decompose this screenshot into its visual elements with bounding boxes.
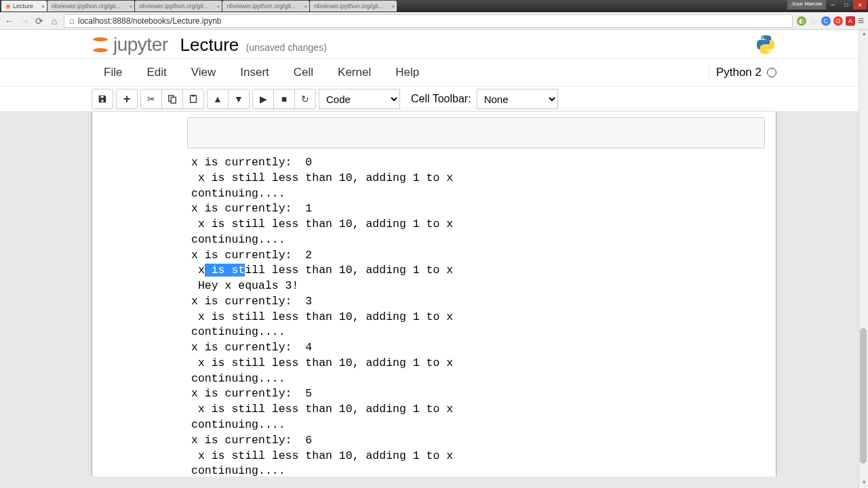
output-line: x is still less than 10, adding 1 to x (191, 217, 770, 232)
home-button[interactable]: ⌂ (49, 16, 60, 26)
extension-icons: ◐ ☆ C O A ≡ (797, 15, 864, 28)
tab-close-icon[interactable]: × (392, 3, 395, 9)
ext-icon-4[interactable]: A (846, 16, 855, 26)
ext-icon-3[interactable]: O (833, 16, 843, 26)
window-close-button[interactable]: ✕ (853, 0, 867, 9)
url-bar[interactable]: 🗋 localhost:8888/notebooks/Lecture.ipynb (64, 14, 793, 28)
back-button[interactable]: ← (4, 16, 15, 26)
menu-view[interactable]: View (179, 62, 229, 83)
output-line: continuing.... (191, 186, 770, 202)
menu-cell[interactable]: Cell (281, 62, 326, 83)
tab-bar: ◉Lecture×nbviewer.ipython.org/git...×nbv… (0, 0, 868, 12)
ext-icon-2[interactable]: C (821, 16, 831, 26)
output-line: x is currently: 6 (191, 433, 770, 449)
restart-button[interactable]: ↻ (294, 89, 316, 109)
output-line: continuing.... (191, 464, 770, 476)
run-button[interactable]: ▶ (252, 89, 274, 109)
code-input-cell[interactable] (187, 117, 765, 148)
kernel-status-icon (767, 68, 776, 77)
scrollbar-thumb[interactable] (860, 328, 867, 464)
output-line: x is still less than 10, adding 1 to x (191, 171, 770, 186)
menu-bar: FileEditViewInsertCellKernelHelp Python … (0, 59, 868, 87)
cell-toolbar-select[interactable]: None (477, 89, 558, 109)
output-line: x is currently: 2 (191, 248, 770, 264)
menu-kernel[interactable]: Kernel (326, 62, 383, 83)
output-line: x is still less than 10, adding 1 to x (191, 310, 770, 325)
cell-toolbar-label: Cell Toolbar: (411, 93, 471, 105)
browser-tab[interactable]: nbviewer.ipython.org/git...× (135, 1, 222, 12)
copy-button[interactable] (161, 89, 183, 109)
notebook-name[interactable]: Lecture (180, 35, 239, 55)
cell-type-select[interactable]: Code (319, 89, 400, 109)
move-down-button[interactable]: ▼ (228, 89, 250, 109)
menus: FileEditViewInsertCellKernelHelp (92, 62, 431, 83)
browser-tab[interactable]: nbviewer.ipython.org/git...× (47, 1, 134, 12)
menu-help[interactable]: Help (383, 62, 431, 83)
move-up-button[interactable]: ▲ (207, 89, 229, 109)
output-line: x is still less than 10, adding 1 to x (191, 263, 770, 279)
jupyter-logo[interactable]: jupyter (92, 34, 168, 56)
output-line: x is still less than 10, adding 1 to x (191, 402, 770, 418)
minimize-button[interactable]: ─ (826, 0, 840, 9)
menu-file[interactable]: File (92, 62, 134, 83)
add-cell-button[interactable]: + (116, 89, 138, 109)
user-badge[interactable]: Jose Marcial (787, 0, 826, 9)
menu-insert[interactable]: Insert (228, 62, 281, 83)
scrollbar-track[interactable]: ▴ ▾ (859, 30, 868, 476)
forward-button[interactable]: → (19, 16, 30, 26)
tab-close-icon[interactable]: × (41, 3, 45, 9)
output-line: x is currently: 0 (191, 155, 770, 171)
output-line: continuing.... (191, 232, 770, 248)
reload-button[interactable]: ⟳ (34, 16, 45, 26)
svg-rect-1 (171, 97, 176, 103)
browser-tab[interactable]: nbviewer.ipython.org/git...× (310, 1, 397, 12)
browser-tab[interactable]: ◉Lecture× (1, 1, 47, 12)
nav-bar: ← → ⟳ ⌂ 🗋 localhost:8888/notebooks/Lectu… (0, 12, 868, 30)
output-line: x is still less than 10, adding 1 to x (191, 449, 770, 464)
star-icon[interactable]: ☆ (809, 15, 818, 28)
jupyter-logo-icon (92, 35, 109, 55)
tab-close-icon[interactable]: × (304, 3, 308, 9)
tab-close-icon[interactable]: × (216, 3, 220, 9)
output-line: continuing.... (191, 325, 770, 340)
output-line: Hey x equals 3! (191, 279, 770, 294)
output-line: x is still less than 10, adding 1 to x (191, 356, 770, 371)
kernel-indicator: Python 2 (709, 66, 776, 79)
cut-button[interactable]: ✂ (140, 89, 162, 109)
text-selection: is st (205, 264, 245, 277)
save-button[interactable] (92, 89, 113, 109)
cell-output: x is currently: 0 x is still less than 1… (180, 155, 770, 476)
output-line: continuing.... (191, 371, 770, 387)
svg-rect-3 (192, 95, 195, 97)
output-line: x is currently: 4 (191, 340, 770, 356)
browser-tab[interactable]: nbviewer.ipython.org/git...× (222, 1, 309, 12)
ext-icon-1[interactable]: ◐ (797, 16, 806, 26)
paste-button[interactable] (182, 89, 204, 109)
scroll-up-icon[interactable]: ▴ (859, 30, 868, 39)
menu-edit[interactable]: Edit (134, 62, 178, 83)
toolbar: + ✂ ▲ ▼ ▶ ■ ↻ Code Cell Toolbar: None (0, 87, 868, 112)
jupyter-header: jupyter Lecture (unsaved changes) (0, 30, 868, 59)
save-status: (unsaved changes) (246, 42, 327, 53)
browser-chrome: ◉Lecture×nbviewer.ipython.org/git...×nbv… (0, 0, 868, 30)
stop-button[interactable]: ■ (273, 89, 295, 109)
maximize-button[interactable]: □ (840, 0, 853, 9)
output-line: x is currently: 1 (191, 201, 770, 217)
python-logo-icon (755, 34, 776, 56)
menu-icon[interactable]: ≡ (858, 15, 864, 27)
tab-close-icon[interactable]: × (129, 3, 132, 9)
output-line: x is currently: 3 (191, 294, 770, 310)
kernel-name: Python 2 (716, 66, 762, 79)
output-line: x is currently: 5 (191, 386, 770, 402)
window-controls: Jose Marcial ─ □ ✕ (787, 0, 867, 9)
notebook-content[interactable]: x is currently: 0 x is still less than 1… (92, 112, 776, 476)
output-line: continuing.... (191, 418, 770, 433)
